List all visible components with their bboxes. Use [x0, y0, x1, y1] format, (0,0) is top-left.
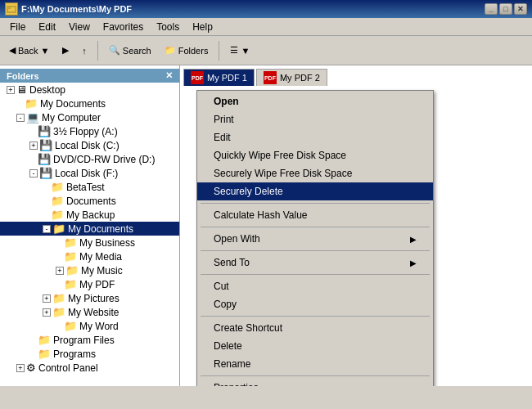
tree-toggle-2[interactable]: -: [16, 114, 25, 122]
tree-item-programfiles[interactable]: 📁Program Files: [0, 333, 179, 347]
folder-icon-0: 🖥: [16, 83, 27, 96]
tree-toggle-13[interactable]: +: [56, 267, 64, 275]
tree-toggle-20[interactable]: +: [16, 364, 25, 372]
folder-icon-18: 📁: [38, 334, 51, 346]
tree-label-15: My Pictures: [68, 293, 119, 304]
window-title: F:\My Documents\My PDF: [21, 4, 485, 14]
context-menu: OpenPrintEditQuickly Wipe Free Disk Spac…: [196, 90, 434, 386]
ctx-separator-19: [201, 375, 430, 376]
tree-label-14: My PDF: [79, 279, 115, 290]
tab-mypdf1[interactable]: PDF My PDF 1: [183, 69, 255, 86]
ctx-label-14: Copy: [214, 299, 237, 310]
folder-icon-7: 📁: [51, 181, 64, 193]
ctx-item-calculatehashvalue[interactable]: Calculate Hash Value: [197, 206, 433, 224]
ctx-item-rename[interactable]: Rename: [197, 355, 433, 373]
minimize-button[interactable]: _: [485, 3, 498, 15]
close-button[interactable]: ✕: [514, 3, 527, 15]
tree-toggle-10[interactable]: -: [43, 225, 51, 233]
menu-bar: File Edit View Favorites Tools Help: [0, 18, 532, 36]
maximize-button[interactable]: □: [499, 3, 512, 15]
view-button[interactable]: ☰ ▼: [224, 39, 255, 62]
tree-item-3½floppy(a:)[interactable]: 💾3½ Floppy (A:): [0, 124, 179, 138]
sidebar-title: Folders: [7, 71, 39, 81]
ctx-item-open[interactable]: Open: [197, 92, 433, 110]
back-button[interactable]: ◀ Back ▼: [3, 39, 55, 62]
tree-item-documents[interactable]: 📁Documents: [0, 194, 179, 208]
ctx-item-properties[interactable]: Properties: [197, 379, 433, 386]
ctx-item-edit[interactable]: Edit: [197, 128, 433, 146]
search-button[interactable]: 🔍 Search: [103, 39, 157, 62]
window-icon: [5, 2, 18, 16]
tree-toggle-6[interactable]: -: [29, 169, 38, 178]
ctx-item-createshortcut[interactable]: Create Shortcut: [197, 319, 433, 337]
tree-item-dvd/cd-rwdrive(d:)[interactable]: 💾DVD/CD-RW Drive (D:): [0, 152, 179, 166]
tree-item-mymedia[interactable]: 📁My Media: [0, 249, 179, 263]
menu-help[interactable]: Help: [186, 20, 219, 34]
tree-item-mypictures[interactable]: +📁My Pictures: [0, 291, 179, 305]
tree-toggle-0[interactable]: +: [7, 86, 15, 94]
svg-rect-1: [7, 7, 11, 9]
tree-item-localdisk(f:)[interactable]: -💾Local Disk (F:): [0, 166, 179, 180]
ctx-label-5: Securely Delete: [214, 186, 283, 197]
tree-item-desktop[interactable]: +🖥Desktop: [0, 83, 179, 97]
title-bar: F:\My Documents\My PDF _ □ ✕: [0, 0, 532, 18]
ctx-item-cut[interactable]: Cut: [197, 277, 433, 295]
ctx-submenu-arrow-11: ▶: [410, 258, 417, 267]
tree-item-myword[interactable]: 📁My Word: [0, 319, 179, 333]
tree-item-mypdf[interactable]: 📁My PDF: [0, 277, 179, 291]
tree-item-mymusic[interactable]: +📁My Music: [0, 263, 179, 277]
tree-toggle-15[interactable]: +: [43, 294, 51, 303]
ctx-label-9: Open With: [214, 233, 260, 245]
tree-item-localdisk(c:)[interactable]: +💾Local Disk (C:): [0, 138, 179, 152]
menu-tools[interactable]: Tools: [150, 20, 186, 34]
ctx-item-print[interactable]: Print: [197, 110, 433, 128]
folder-icon-1: 📁: [25, 97, 38, 110]
menu-file[interactable]: File: [3, 20, 32, 34]
tree-toggle-4[interactable]: +: [29, 142, 38, 150]
ctx-label-13: Cut: [214, 281, 229, 292]
tabs-bar: PDF My PDF 1 PDF My PDF 2: [183, 69, 529, 86]
ctx-label-0: Open: [214, 96, 239, 107]
folder-tree: +🖥Desktop📁My Documents-💻My Computer💾3½ F…: [0, 83, 179, 375]
view-dropdown-icon: ▼: [241, 46, 250, 56]
tree-item-programs[interactable]: 📁Programs: [0, 347, 179, 361]
search-icon: 🔍: [109, 45, 120, 56]
ctx-item-openwith[interactable]: Open With▶: [197, 230, 433, 248]
ctx-separator-12: [201, 274, 430, 275]
folder-icon-17: 📁: [64, 320, 77, 332]
tree-item-betatest[interactable]: 📁BetaTest: [0, 180, 179, 194]
pdf-icon-2: PDF: [264, 71, 277, 84]
folders-button[interactable]: 📁 Folders: [159, 39, 214, 62]
up-icon: ↑: [82, 46, 87, 56]
ctx-item-securelywipefreediskspace[interactable]: Securely Wipe Free Disk Space: [197, 164, 433, 182]
ctx-label-18: Rename: [214, 358, 250, 370]
back-icon: ◀: [9, 45, 16, 56]
tree-item-mydocuments[interactable]: 📁My Documents: [0, 97, 179, 110]
tree-toggle-16[interactable]: +: [43, 308, 51, 317]
forward-button[interactable]: ▶: [56, 39, 74, 62]
tree-item-mybackup[interactable]: 📁My Backup: [0, 208, 179, 222]
ctx-item-securelydelete[interactable]: Securely Delete: [197, 182, 433, 200]
tree-item-mywebsite[interactable]: +📁My Website: [0, 305, 179, 319]
menu-view[interactable]: View: [62, 20, 97, 34]
ctx-item-copy[interactable]: Copy: [197, 295, 433, 313]
folder-icon-4: 💾: [39, 139, 52, 151]
ctx-separator-15: [201, 316, 430, 317]
folder-icon-3: 💾: [38, 125, 51, 137]
folder-icon-13: 📁: [65, 264, 79, 276]
tab-mypdf2[interactable]: PDF My PDF 2: [256, 69, 327, 86]
tree-item-mydocuments[interactable]: -📁My Documents: [0, 222, 179, 236]
tree-item-controlpanel[interactable]: +⚙Control Panel: [0, 361, 179, 375]
menu-favorites[interactable]: Favorites: [97, 20, 150, 34]
tree-item-mycomputer[interactable]: -💻My Computer: [0, 110, 179, 124]
toolbar-separator-2: [219, 41, 219, 61]
menu-edit[interactable]: Edit: [32, 20, 62, 34]
sidebar-close-button[interactable]: ✕: [165, 70, 173, 81]
ctx-item-quicklywipefreediskspace[interactable]: Quickly Wipe Free Disk Space: [197, 146, 433, 164]
ctx-item-sendto[interactable]: Send To▶: [197, 254, 433, 272]
tree-item-mybusiness[interactable]: 📁My Business: [0, 236, 179, 249]
tree-label-4: Local Disk (C:): [55, 140, 119, 151]
up-button[interactable]: ↑: [76, 39, 92, 62]
ctx-item-delete[interactable]: Delete: [197, 337, 433, 355]
tab-label-1: My PDF 1: [207, 73, 247, 83]
